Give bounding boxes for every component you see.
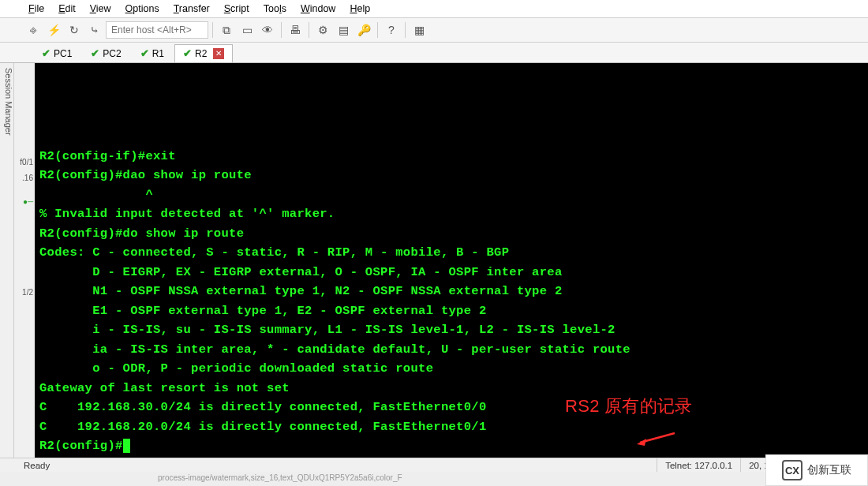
terminal-line: C 192.168.20.0/24 is directly connected,… <box>39 417 863 436</box>
separator <box>281 22 282 38</box>
menu-script[interactable]: Script <box>219 1 254 17</box>
menu-help[interactable]: Help <box>345 1 375 17</box>
terminal-line: E1 - OSPF external type 1, E2 - OSPF ext… <box>39 301 863 320</box>
disconnect-icon[interactable]: ⤷ <box>85 21 104 39</box>
menu-file[interactable]: FFileile <box>24 1 49 17</box>
terminal-line: i - IS-IS, su - IS-IS summary, L1 - IS-I… <box>39 320 863 339</box>
terminal-line: ia - IS-IS inter area, * - candidate def… <box>39 340 863 359</box>
tab-r2[interactable]: ✔ R2 ✕ <box>174 44 233 62</box>
terminal-line: % Invalid input detected at '^' marker. <box>39 204 863 223</box>
main-area: Session Manager f0/1 .16 ●─ 1/2 RS2 原有的记… <box>0 63 868 476</box>
host-input[interactable] <box>106 21 208 39</box>
margin-node: ●─ <box>23 197 33 206</box>
menu-bar: FFileile Edit View Options Transfer Scri… <box>0 0 868 18</box>
tab-pc2[interactable]: ✔ PC2 <box>82 44 129 62</box>
menu-tools[interactable]: Tools <box>259 1 291 17</box>
terminal[interactable]: RS2 原有的记录 没有R1的10网关 R2(config-if)#exitR2… <box>35 63 868 476</box>
tab-pc1[interactable]: ✔ PC1 <box>33 44 80 62</box>
session-options-icon[interactable]: ▤ <box>334 21 353 39</box>
close-icon[interactable]: ✕ <box>213 48 224 59</box>
separator <box>212 22 213 38</box>
tab-label: R1 <box>152 48 164 59</box>
copy-icon[interactable]: ⧉ <box>217 21 236 39</box>
toolbar: ⎆ ⚡ ↻ ⤷ ⧉ ▭ 👁 🖶 ⚙ ▤ 🔑 ? ▦ <box>0 18 868 43</box>
check-icon: ✔ <box>42 47 51 59</box>
paste-icon[interactable]: ▭ <box>238 21 256 39</box>
menu-options[interactable]: Options <box>121 1 164 17</box>
terminal-line: Codes: C - connected, S - static, R - RI… <box>39 243 863 262</box>
terminal-line: D - EIGRP, EX - EIGRP external, O - OSPF… <box>39 263 863 282</box>
svg-marker-1 <box>637 439 646 446</box>
find-icon[interactable]: 👁 <box>258 21 277 39</box>
check-icon: ✔ <box>183 47 192 59</box>
terminal-line: ^ <box>39 185 863 204</box>
menu-window[interactable]: Window <box>296 1 340 17</box>
terminal-line: Gateway of last resort is not set <box>39 379 863 398</box>
tab-r1[interactable]: ✔ R1 <box>132 44 173 62</box>
reconnect-icon[interactable]: ↻ <box>65 21 84 39</box>
terminal-line: R2(config)# <box>39 436 863 455</box>
separator <box>377 22 378 38</box>
menu-view[interactable]: View <box>85 1 116 17</box>
help-icon[interactable]: ? <box>382 21 401 39</box>
left-margin: f0/1 .16 ●─ 1/2 <box>14 63 35 476</box>
check-icon: ✔ <box>140 47 149 59</box>
watermark-footer: process-image/watermark,size_16,text_QDU… <box>0 472 868 486</box>
session-manager-sidebar[interactable]: Session Manager <box>0 63 14 476</box>
terminal-line: R2(config)#do show ip route <box>39 224 863 243</box>
settings-icon[interactable]: ⚙ <box>313 21 332 39</box>
terminal-line: R2(config)#dao show ip route <box>39 166 863 185</box>
terminal-line: o - ODR, P - periodic downloaded static … <box>39 359 863 378</box>
tab-label: PC2 <box>103 48 121 59</box>
cursor <box>123 439 130 453</box>
terminal-line: N1 - OSPF NSSA external type 1, N2 - OSP… <box>39 282 863 301</box>
tab-bar: ✔ PC1 ✔ PC2 ✔ R1 ✔ R2 ✕ <box>0 43 868 63</box>
logo-text: 创新互联 <box>807 463 851 477</box>
margin-label: f0/1 <box>20 158 33 166</box>
status-ready: Ready <box>24 461 50 470</box>
menu-edit[interactable]: Edit <box>54 1 80 17</box>
terminal-line: C 192.168.30.0/24 is directly connected,… <box>39 398 863 417</box>
toggle-icon[interactable]: ▦ <box>410 21 428 39</box>
connect-icon[interactable]: ⎆ <box>24 21 43 39</box>
tab-label: R2 <box>195 48 207 59</box>
margin-label: 1/2 <box>22 288 33 297</box>
menu-transfer[interactable]: Transfer <box>169 1 215 17</box>
logo-badge: CX 创新互联 <box>765 454 868 486</box>
print-icon[interactable]: 🖶 <box>286 21 305 39</box>
quick-connect-icon[interactable]: ⚡ <box>44 21 63 39</box>
tab-label: PC1 <box>54 48 72 59</box>
margin-label: .16 <box>22 174 33 182</box>
key-icon[interactable]: 🔑 <box>354 21 373 39</box>
logo-mark: CX <box>782 460 803 480</box>
separator <box>405 22 406 38</box>
check-icon: ✔ <box>91 47 99 59</box>
status-connection: Telnet: 127.0.0.1 <box>657 458 740 472</box>
separator <box>309 22 309 38</box>
terminal-line: R2(config-if)#exit <box>39 147 863 166</box>
status-bar: Ready Telnet: 127.0.0.1 20, 12 20 Rows, … <box>0 458 868 472</box>
